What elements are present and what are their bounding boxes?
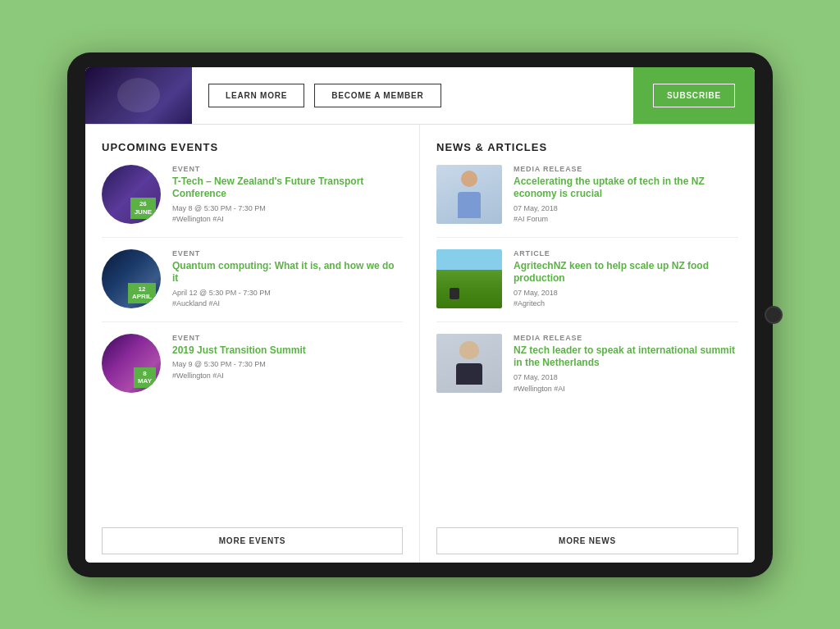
bald-body bbox=[456, 363, 482, 385]
list-item: ARTICLE AgritechNZ keen to help scale up… bbox=[436, 249, 738, 322]
event-image-2: 12 APRIL bbox=[102, 249, 161, 308]
event-info-2: EVENT Quantum computing: What it is, and… bbox=[172, 249, 403, 310]
news-category-1: MEDIA RELEASE bbox=[514, 165, 738, 173]
person-visual-2 bbox=[436, 334, 502, 393]
tablet-home-button[interactable] bbox=[765, 306, 783, 324]
main-content: UPCOMING EVENTS 26 JUNE EVENT T-Tech – N… bbox=[85, 125, 755, 563]
event-type-3: EVENT bbox=[172, 334, 403, 342]
news-image-1 bbox=[436, 165, 502, 224]
news-info-2: ARTICLE AgritechNZ keen to help scale up… bbox=[514, 249, 738, 310]
news-info-3: MEDIA RELEASE NZ tech leader to speak at… bbox=[514, 334, 738, 394]
person-body-1 bbox=[458, 192, 481, 218]
event-tags-2: #Auckland #AI bbox=[172, 299, 403, 310]
event-title-3[interactable]: 2019 Just Transition Summit bbox=[172, 344, 403, 358]
badge-month: APRIL bbox=[132, 293, 152, 301]
tablet-screen: LEARN MORE BECOME A MEMBER SUBSCRIBE UPC… bbox=[85, 67, 755, 563]
news-date-3: 07 May, 2018 bbox=[514, 372, 738, 384]
badge-month: MAY bbox=[138, 377, 152, 385]
event-title-1[interactable]: T-Tech – New Zealand's Future Transport … bbox=[172, 175, 403, 201]
header-image-placeholder bbox=[85, 67, 192, 124]
news-image-2 bbox=[436, 249, 502, 308]
event-date-1: May 8 @ 5:30 PM - 7:30 PM bbox=[172, 203, 403, 215]
become-member-button[interactable]: BECOME A MEMBER bbox=[314, 84, 441, 107]
more-events-button[interactable]: MORE EVENTS bbox=[102, 527, 403, 554]
news-photo-3 bbox=[436, 334, 502, 393]
subscribe-button[interactable]: SUBSCRIBE bbox=[653, 84, 735, 107]
event-type-2: EVENT bbox=[172, 249, 403, 258]
badge-day: 12 bbox=[132, 285, 152, 294]
badge-day: 26 bbox=[135, 200, 152, 208]
list-item: MEDIA RELEASE Accelerating the uptake of… bbox=[436, 165, 738, 238]
person-head-1 bbox=[461, 171, 477, 187]
list-item: 26 JUNE EVENT T-Tech – New Zealand's Fut… bbox=[102, 165, 403, 238]
news-tag-3: #Wellington #AI bbox=[514, 384, 738, 395]
news-title-2[interactable]: AgritechNZ keen to help scale up NZ food… bbox=[514, 260, 738, 285]
list-item: 8 MAY EVENT 2019 Just Transition Summit … bbox=[102, 334, 403, 404]
list-item: MEDIA RELEASE NZ tech leader to speak at… bbox=[436, 334, 738, 406]
top-bar: LEARN MORE BECOME A MEMBER SUBSCRIBE bbox=[85, 67, 755, 125]
subscribe-area: SUBSCRIBE bbox=[633, 67, 755, 124]
badge-month: JUNE bbox=[135, 208, 152, 217]
events-column: UPCOMING EVENTS 26 JUNE EVENT T-Tech – N… bbox=[85, 125, 420, 563]
news-title-3[interactable]: NZ tech leader to speak at international… bbox=[514, 344, 738, 370]
learn-more-button[interactable]: LEARN MORE bbox=[208, 84, 304, 107]
news-photo-1 bbox=[436, 165, 502, 224]
header-buttons: LEARN MORE BECOME A MEMBER bbox=[192, 67, 633, 124]
events-section-title: UPCOMING EVENTS bbox=[102, 141, 403, 153]
bald-head bbox=[459, 341, 479, 359]
event-title-2[interactable]: Quantum computing: What it is, and how w… bbox=[172, 260, 403, 285]
event-info-3: EVENT 2019 Just Transition Summit May 9 … bbox=[172, 334, 403, 382]
news-category-2: ARTICLE bbox=[514, 249, 738, 258]
event-info-1: EVENT T-Tech – New Zealand's Future Tran… bbox=[172, 165, 403, 226]
event-badge-2: 12 APRIL bbox=[128, 283, 156, 303]
news-column: NEWS & ARTICLES MEDIA RELEASE Acce bbox=[420, 125, 755, 563]
news-image-3 bbox=[436, 334, 502, 393]
badge-day: 8 bbox=[138, 370, 152, 378]
tablet-frame: LEARN MORE BECOME A MEMBER SUBSCRIBE UPC… bbox=[67, 52, 773, 577]
news-date-1: 07 May, 2018 bbox=[514, 203, 738, 215]
news-category-3: MEDIA RELEASE bbox=[514, 334, 738, 342]
news-section-title: NEWS & ARTICLES bbox=[436, 141, 738, 153]
news-tag-2: #Agritech bbox=[514, 299, 738, 310]
event-badge-1: 26 JUNE bbox=[130, 198, 156, 218]
person-visual-1 bbox=[436, 165, 502, 224]
event-type-1: EVENT bbox=[172, 165, 403, 173]
event-tags-3: #Wellington #AI bbox=[172, 371, 403, 382]
event-date-2: April 12 @ 5:30 PM - 7:30 PM bbox=[172, 288, 403, 299]
list-item: 12 APRIL EVENT Quantum computing: What i… bbox=[102, 249, 403, 322]
event-image-3: 8 MAY bbox=[102, 334, 161, 393]
news-title-1[interactable]: Accelerating the uptake of tech in the N… bbox=[514, 175, 738, 201]
event-date-3: May 9 @ 5:30 PM - 7:30 PM bbox=[172, 359, 403, 371]
event-tags-1: #Wellington #AI bbox=[172, 214, 403, 226]
news-tag-1: #AI Forum bbox=[514, 214, 738, 226]
news-photo-2 bbox=[436, 249, 502, 308]
event-image-1: 26 JUNE bbox=[102, 165, 161, 224]
more-news-button[interactable]: MORE NEWS bbox=[436, 527, 738, 554]
news-date-2: 07 May, 2018 bbox=[514, 288, 738, 299]
header-image bbox=[85, 67, 192, 124]
news-info-1: MEDIA RELEASE Accelerating the uptake of… bbox=[514, 165, 738, 226]
event-badge-3: 8 MAY bbox=[134, 367, 156, 388]
